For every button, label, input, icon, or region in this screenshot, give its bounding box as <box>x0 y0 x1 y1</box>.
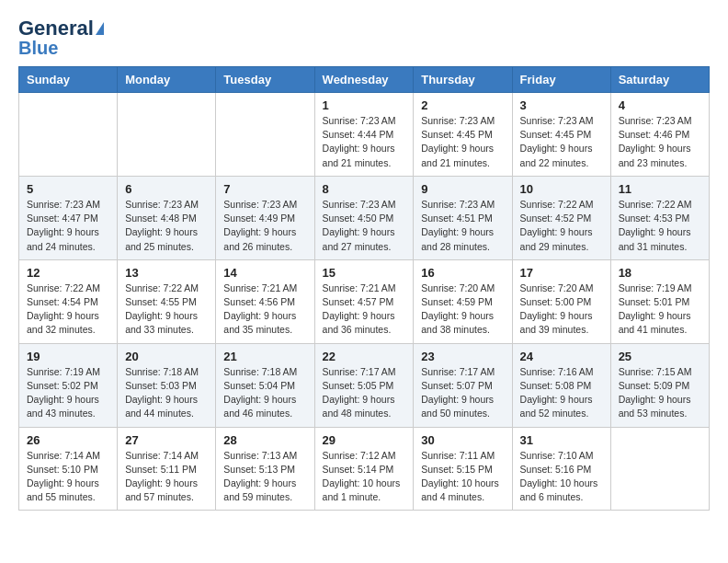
day-number: 2 <box>421 98 504 112</box>
day-number: 4 <box>619 98 701 112</box>
logo-text-general: General <box>18 18 94 39</box>
day-info: Sunrise: 7:20 AM Sunset: 4:59 PM Dayligh… <box>421 282 504 338</box>
calendar-cell: 10Sunrise: 7:22 AM Sunset: 4:52 PM Dayli… <box>512 176 610 259</box>
calendar-week-5: 26Sunrise: 7:14 AM Sunset: 5:10 PM Dayli… <box>19 427 710 511</box>
day-number: 17 <box>520 266 603 280</box>
weekday-header-saturday: Saturday <box>610 67 709 93</box>
day-number: 14 <box>223 266 306 280</box>
calendar-cell <box>610 427 709 511</box>
calendar-cell <box>118 93 216 177</box>
day-number: 20 <box>125 350 208 363</box>
day-info: Sunrise: 7:23 AM Sunset: 4:47 PM Dayligh… <box>27 198 109 254</box>
day-number: 26 <box>27 433 109 447</box>
calendar-cell <box>19 93 118 177</box>
day-info: Sunrise: 7:16 AM Sunset: 5:08 PM Dayligh… <box>520 365 603 421</box>
calendar-cell: 24Sunrise: 7:16 AM Sunset: 5:08 PM Dayli… <box>512 343 610 427</box>
day-info: Sunrise: 7:23 AM Sunset: 4:45 PM Dayligh… <box>421 114 504 170</box>
day-number: 31 <box>520 433 603 447</box>
calendar-cell: 19Sunrise: 7:19 AM Sunset: 5:02 PM Dayli… <box>19 343 118 427</box>
day-number: 16 <box>421 266 504 280</box>
day-info: Sunrise: 7:22 AM Sunset: 4:54 PM Dayligh… <box>27 282 109 338</box>
day-number: 7 <box>223 182 306 196</box>
calendar-cell: 28Sunrise: 7:13 AM Sunset: 5:13 PM Dayli… <box>216 427 314 511</box>
day-info: Sunrise: 7:23 AM Sunset: 4:48 PM Dayligh… <box>125 198 208 254</box>
calendar-cell: 20Sunrise: 7:18 AM Sunset: 5:03 PM Dayli… <box>118 343 216 427</box>
calendar-cell: 21Sunrise: 7:18 AM Sunset: 5:04 PM Dayli… <box>216 343 314 427</box>
calendar-cell: 11Sunrise: 7:22 AM Sunset: 4:53 PM Dayli… <box>610 176 709 259</box>
calendar-cell: 1Sunrise: 7:23 AM Sunset: 4:44 PM Daylig… <box>314 93 414 177</box>
calendar-week-3: 12Sunrise: 7:22 AM Sunset: 4:54 PM Dayli… <box>19 259 710 343</box>
day-info: Sunrise: 7:18 AM Sunset: 5:03 PM Dayligh… <box>125 365 208 421</box>
calendar-cell: 16Sunrise: 7:20 AM Sunset: 4:59 PM Dayli… <box>414 259 512 343</box>
calendar-cell: 27Sunrise: 7:14 AM Sunset: 5:11 PM Dayli… <box>118 427 216 511</box>
day-info: Sunrise: 7:19 AM Sunset: 5:01 PM Dayligh… <box>619 282 701 338</box>
day-number: 10 <box>520 182 603 196</box>
day-number: 12 <box>27 266 109 280</box>
calendar-cell: 23Sunrise: 7:17 AM Sunset: 5:07 PM Dayli… <box>414 343 512 427</box>
calendar-cell: 5Sunrise: 7:23 AM Sunset: 4:47 PM Daylig… <box>19 176 118 259</box>
calendar-cell: 25Sunrise: 7:15 AM Sunset: 5:09 PM Dayli… <box>610 343 709 427</box>
day-info: Sunrise: 7:11 AM Sunset: 5:15 PM Dayligh… <box>421 449 504 505</box>
weekday-header-friday: Friday <box>512 67 610 93</box>
day-info: Sunrise: 7:14 AM Sunset: 5:10 PM Dayligh… <box>27 449 109 505</box>
day-info: Sunrise: 7:23 AM Sunset: 4:51 PM Dayligh… <box>421 198 504 254</box>
day-info: Sunrise: 7:23 AM Sunset: 4:45 PM Dayligh… <box>520 114 603 170</box>
day-number: 3 <box>520 98 603 112</box>
weekday-header-tuesday: Tuesday <box>216 67 314 93</box>
weekday-header-sunday: Sunday <box>19 67 118 93</box>
logo-text-blue: Blue <box>18 39 58 57</box>
day-number: 21 <box>223 350 306 363</box>
calendar-cell: 3Sunrise: 7:23 AM Sunset: 4:45 PM Daylig… <box>512 93 610 177</box>
day-number: 19 <box>27 350 109 363</box>
calendar-cell: 14Sunrise: 7:21 AM Sunset: 4:56 PM Dayli… <box>216 259 314 343</box>
day-info: Sunrise: 7:14 AM Sunset: 5:11 PM Dayligh… <box>125 449 208 505</box>
day-number: 18 <box>619 266 701 280</box>
calendar-table: SundayMondayTuesdayWednesdayThursdayFrid… <box>18 66 710 511</box>
day-info: Sunrise: 7:17 AM Sunset: 5:07 PM Dayligh… <box>421 365 504 421</box>
day-info: Sunrise: 7:23 AM Sunset: 4:44 PM Dayligh… <box>323 114 406 170</box>
day-number: 30 <box>421 433 504 447</box>
calendar-cell: 15Sunrise: 7:21 AM Sunset: 4:57 PM Dayli… <box>314 259 414 343</box>
day-number: 15 <box>323 266 406 280</box>
day-info: Sunrise: 7:12 AM Sunset: 5:14 PM Dayligh… <box>323 449 406 505</box>
day-number: 25 <box>619 350 701 363</box>
weekday-header-wednesday: Wednesday <box>314 67 414 93</box>
day-number: 6 <box>125 182 208 196</box>
calendar-cell: 13Sunrise: 7:22 AM Sunset: 4:55 PM Dayli… <box>118 259 216 343</box>
logo: General Blue <box>18 18 104 57</box>
calendar-week-4: 19Sunrise: 7:19 AM Sunset: 5:02 PM Dayli… <box>19 343 710 427</box>
day-info: Sunrise: 7:23 AM Sunset: 4:46 PM Dayligh… <box>619 114 701 170</box>
calendar-cell: 17Sunrise: 7:20 AM Sunset: 5:00 PM Dayli… <box>512 259 610 343</box>
day-number: 11 <box>619 182 701 196</box>
day-info: Sunrise: 7:17 AM Sunset: 5:05 PM Dayligh… <box>323 365 406 421</box>
day-info: Sunrise: 7:22 AM Sunset: 4:55 PM Dayligh… <box>125 282 208 338</box>
day-number: 8 <box>323 182 406 196</box>
calendar-cell: 26Sunrise: 7:14 AM Sunset: 5:10 PM Dayli… <box>19 427 118 511</box>
day-number: 13 <box>125 266 208 280</box>
calendar-cell: 12Sunrise: 7:22 AM Sunset: 4:54 PM Dayli… <box>19 259 118 343</box>
day-info: Sunrise: 7:18 AM Sunset: 5:04 PM Dayligh… <box>223 365 306 421</box>
day-info: Sunrise: 7:10 AM Sunset: 5:16 PM Dayligh… <box>520 449 603 505</box>
day-info: Sunrise: 7:23 AM Sunset: 4:50 PM Dayligh… <box>323 198 406 254</box>
day-number: 23 <box>421 350 504 363</box>
calendar-cell: 30Sunrise: 7:11 AM Sunset: 5:15 PM Dayli… <box>414 427 512 511</box>
calendar-cell: 9Sunrise: 7:23 AM Sunset: 4:51 PM Daylig… <box>414 176 512 259</box>
day-number: 5 <box>27 182 109 196</box>
day-info: Sunrise: 7:21 AM Sunset: 4:57 PM Dayligh… <box>323 282 406 338</box>
calendar-week-2: 5Sunrise: 7:23 AM Sunset: 4:47 PM Daylig… <box>19 176 710 259</box>
calendar-cell: 18Sunrise: 7:19 AM Sunset: 5:01 PM Dayli… <box>610 259 709 343</box>
calendar-cell: 2Sunrise: 7:23 AM Sunset: 4:45 PM Daylig… <box>414 93 512 177</box>
calendar-cell: 6Sunrise: 7:23 AM Sunset: 4:48 PM Daylig… <box>118 176 216 259</box>
day-info: Sunrise: 7:19 AM Sunset: 5:02 PM Dayligh… <box>27 365 109 421</box>
day-number: 27 <box>125 433 208 447</box>
day-info: Sunrise: 7:22 AM Sunset: 4:53 PM Dayligh… <box>619 198 701 254</box>
day-info: Sunrise: 7:20 AM Sunset: 5:00 PM Dayligh… <box>520 282 603 338</box>
day-number: 29 <box>323 433 406 447</box>
calendar-cell: 8Sunrise: 7:23 AM Sunset: 4:50 PM Daylig… <box>314 176 414 259</box>
calendar-cell: 4Sunrise: 7:23 AM Sunset: 4:46 PM Daylig… <box>610 93 709 177</box>
day-number: 1 <box>323 98 406 112</box>
day-info: Sunrise: 7:21 AM Sunset: 4:56 PM Dayligh… <box>223 282 306 338</box>
logo-icon <box>96 22 104 35</box>
day-number: 22 <box>323 350 406 363</box>
calendar-cell: 29Sunrise: 7:12 AM Sunset: 5:14 PM Dayli… <box>314 427 414 511</box>
